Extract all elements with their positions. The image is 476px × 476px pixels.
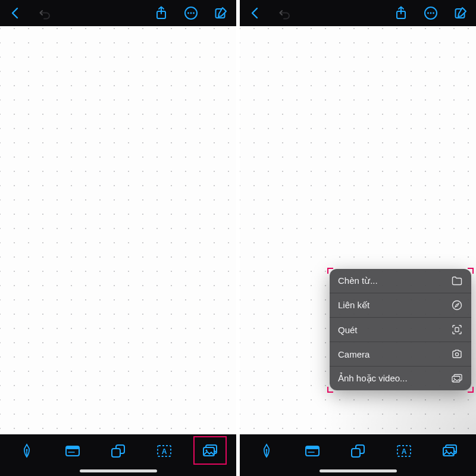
photo-stack-icon	[451, 372, 463, 384]
share-button[interactable]	[149, 1, 173, 25]
undo-button[interactable]	[273, 1, 297, 25]
svg-rect-8	[66, 446, 79, 449]
card-tool[interactable]	[58, 439, 87, 463]
menu-item-link[interactable]: Liên kết	[330, 293, 471, 318]
svg-point-4	[193, 12, 195, 14]
card-tool[interactable]	[298, 439, 327, 463]
svg-point-26	[455, 353, 458, 356]
text-tool[interactable]: A	[150, 439, 178, 463]
top-toolbar	[240, 0, 476, 26]
note-canvas[interactable]: Chèn từ... Liên kết Quét	[240, 26, 476, 434]
menu-item-label: Quét	[338, 325, 358, 335]
phone-right: Chèn từ... Liên kết Quét	[240, 0, 476, 476]
shapes-tool[interactable]	[344, 439, 372, 463]
svg-point-3	[190, 12, 192, 14]
menu-item-label: Camera	[338, 349, 369, 359]
pen-tool[interactable]	[12, 439, 41, 463]
undo-button[interactable]	[33, 1, 57, 25]
svg-point-20	[427, 12, 429, 14]
top-toolbar	[0, 0, 236, 26]
menu-item-label: Ảnh hoặc video...	[338, 373, 408, 384]
menu-item-label: Liên kết	[338, 300, 369, 311]
insert-menu: Chèn từ... Liên kết Quét	[330, 269, 471, 390]
back-button[interactable]	[243, 1, 267, 25]
svg-rect-11	[112, 449, 120, 457]
more-button[interactable]	[179, 1, 203, 25]
folder-icon	[451, 275, 463, 287]
menu-item-photo-video[interactable]: Ảnh hoặc video...	[330, 367, 471, 390]
menu-item-label: Chèn từ...	[338, 275, 378, 286]
compass-icon	[451, 299, 463, 311]
shapes-tool[interactable]	[104, 439, 133, 463]
menu-item-insert-from[interactable]: Chèn từ...	[330, 269, 471, 293]
home-indicator	[80, 469, 157, 472]
back-button[interactable]	[4, 1, 27, 25]
svg-rect-32	[306, 446, 319, 449]
pen-tool[interactable]	[252, 439, 281, 463]
bottom-toolbar: A	[0, 434, 236, 476]
compose-button[interactable]	[209, 1, 233, 25]
svg-point-29	[454, 378, 455, 379]
svg-rect-35	[352, 449, 360, 457]
scan-icon	[451, 324, 463, 336]
svg-text:A: A	[401, 447, 406, 456]
svg-point-22	[433, 12, 434, 14]
svg-rect-25	[455, 328, 459, 332]
note-canvas[interactable]	[0, 26, 236, 434]
image-tool[interactable]	[196, 439, 224, 463]
svg-point-2	[187, 12, 189, 14]
home-indicator	[320, 469, 397, 472]
svg-text:A: A	[161, 447, 167, 456]
menu-item-camera[interactable]: Camera	[330, 342, 471, 367]
highlight-image-tool	[193, 436, 227, 465]
camera-icon	[451, 348, 463, 360]
svg-point-24	[453, 301, 462, 310]
svg-point-21	[430, 12, 432, 14]
bottom-toolbar: A	[240, 434, 476, 476]
phone-left: A	[0, 0, 236, 476]
more-button[interactable]	[419, 1, 443, 25]
text-tool[interactable]: A	[390, 439, 418, 463]
svg-rect-40	[443, 447, 454, 456]
menu-item-scan[interactable]: Quét	[330, 318, 471, 342]
compose-button[interactable]	[449, 1, 472, 25]
image-tool[interactable]	[436, 439, 464, 463]
share-button[interactable]	[389, 1, 413, 25]
